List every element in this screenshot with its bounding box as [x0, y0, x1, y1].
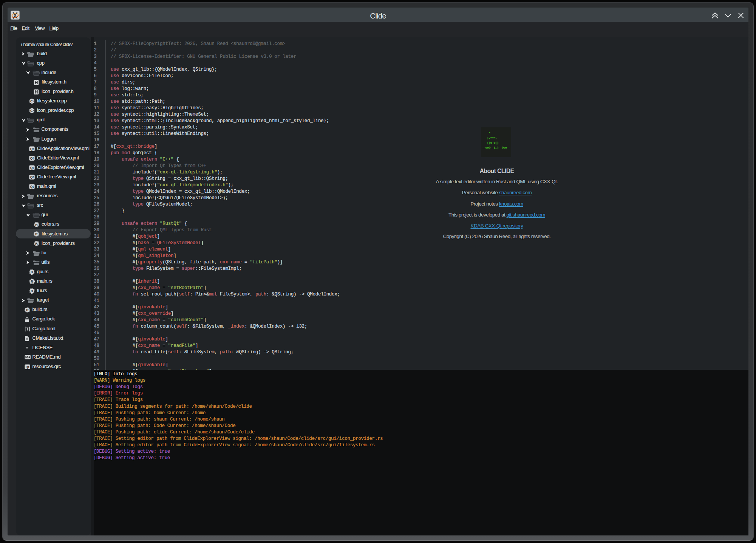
svg-text:R: R: [36, 242, 38, 246]
svg-text:Qt: Qt: [30, 175, 34, 179]
svg-text:R: R: [31, 270, 33, 274]
svg-text:Qt: Qt: [30, 156, 34, 160]
svg-text:R: R: [36, 232, 38, 236]
svg-text:Qt: Qt: [30, 166, 34, 170]
svg-text:Qt: Qt: [30, 147, 34, 151]
svg-text:R: R: [31, 280, 33, 283]
svg-text:Qt: Qt: [30, 185, 34, 189]
svg-text:C: C: [30, 109, 33, 113]
svg-text:C: C: [30, 99, 33, 103]
svg-text:R: R: [26, 308, 29, 312]
svg-text:Qt: Qt: [26, 365, 29, 369]
svg-text:R: R: [36, 223, 38, 227]
svg-text:R: R: [31, 289, 33, 293]
